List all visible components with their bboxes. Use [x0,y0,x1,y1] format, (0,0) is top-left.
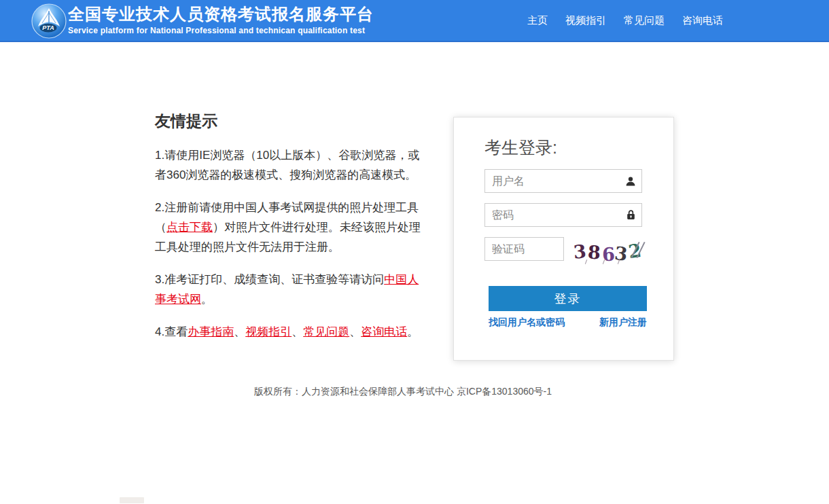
nav-video-guide-link[interactable]: 视频指引 [565,14,606,27]
login-title: 考生登录: [484,137,557,159]
friendly-tips-section: 友情提示 1.请使用IE浏览器（10以上版本）、谷歌浏览器，或者360浏览器的极… [155,111,427,355]
video-guide-red-link[interactable]: 视频指引 [245,325,292,338]
password-input[interactable] [485,209,620,221]
site-title: 全国专业技术人员资格考试报名服务平台 [68,5,374,24]
user-icon [620,175,641,187]
captcha-digit: 8 [587,242,601,262]
nav-home-link[interactable]: 主页 [527,14,548,27]
nav-faq-link[interactable]: 常见问题 [624,14,665,27]
tip4-text-2: 。 [407,325,419,338]
tip-item-2: 2.注册前请使用中国人事考试网提供的照片处理工具（点击下载）对照片文件进行处理。… [155,198,427,257]
tip3-text-1: 3.准考证打印、成绩查询、证书查验等请访问 [155,273,384,286]
tip3-text-2: 。 [201,293,213,306]
tip4-sep-3: 、 [349,325,361,338]
copyright-footer: 版权所有：人力资源和社会保障部人事考试中心 京ICP备13013060号-1 [0,386,806,398]
faq-red-link[interactable]: 常见问题 [303,325,349,338]
service-guide-link[interactable]: 办事指南 [188,325,234,338]
tip-item-3: 3.准考证打印、成绩查询、证书查验等请访问中国人事考试网。 [155,270,427,309]
nav-phone-link[interactable]: 咨询电话 [682,14,723,27]
click-download-link[interactable]: 点击下载 [166,221,213,234]
forgot-credentials-link[interactable]: 找回用户名或密码 [489,317,565,329]
site-subtitle: Service platform for National Profession… [68,26,374,35]
header-nav: 主页 视频指引 常见问题 咨询电话 [527,0,723,41]
screen-artifact [120,497,144,503]
login-button[interactable]: 登录 [489,286,647,311]
tip4-sep-2: 、 [292,325,303,338]
candidate-login-panel: 考生登录: 3 8 6 3 2 [453,117,674,361]
login-helper-links: 找回用户名或密码 新用户注册 [489,317,647,329]
tip1-text: 1.请使用IE浏览器（10以上版本）、谷歌浏览器，或者360浏览器的极速模式、搜… [155,149,419,181]
tip4-text-1: 4.查看 [155,325,188,338]
header-bar: PTA 全国专业技术人员资格考试报名服务平台 Service platform … [0,0,829,42]
captcha-image[interactable]: 3 8 6 3 2 [574,238,646,264]
password-field-wrapper [484,203,642,227]
lock-icon [620,209,641,221]
pta-logo-icon: PTA [31,3,67,39]
site-title-block: 全国专业技术人员资格考试报名服务平台 Service platform for … [68,5,374,35]
captcha-input[interactable] [485,243,563,255]
phone-red-link[interactable]: 咨询电话 [361,325,407,338]
svg-text:PTA: PTA [42,24,54,31]
tip-item-1: 1.请使用IE浏览器（10以上版本）、谷歌浏览器，或者360浏览器的极速模式、搜… [155,145,427,185]
tip-item-4: 4.查看办事指南、视频指引、常见问题、咨询电话。 [155,322,427,342]
new-user-register-link[interactable]: 新用户注册 [599,317,647,329]
captcha-digit: 3 [614,243,629,263]
captcha-field-wrapper [484,237,564,261]
tips-heading: 友情提示 [155,111,427,132]
captcha-digit: 3 [573,242,587,262]
tip4-sep-1: 、 [234,325,245,338]
username-field-wrapper [484,169,642,193]
username-input[interactable] [485,175,620,187]
